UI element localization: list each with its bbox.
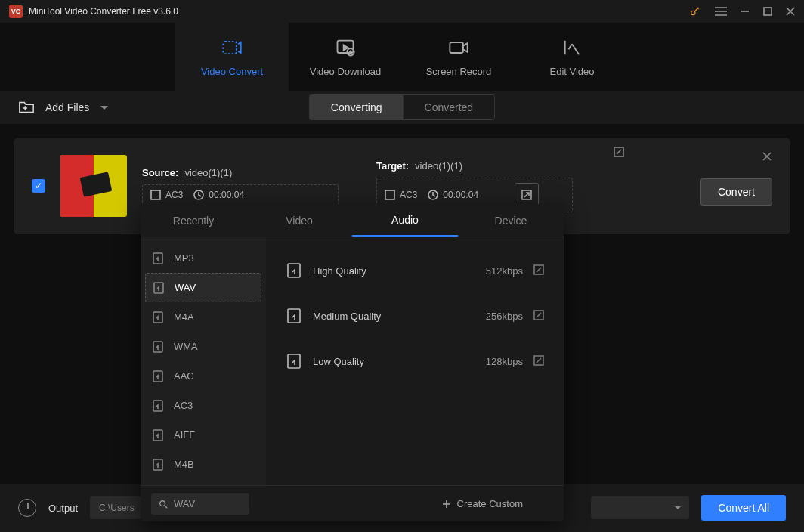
quality-bitrate: 512kbps (462, 265, 523, 277)
clock-icon (193, 190, 204, 200)
tab-recently[interactable]: Recently (141, 204, 246, 237)
tab-device[interactable]: Device (458, 204, 564, 237)
tab-converting[interactable]: Converting (310, 95, 404, 119)
format-file-icon (151, 252, 165, 265)
quality-list: High Quality512kbpsMedium Quality256kbps… (266, 237, 564, 485)
svg-rect-6 (151, 190, 160, 200)
schedule-icon[interactable] (18, 499, 36, 517)
quality-file-icon (286, 353, 302, 370)
add-files-button[interactable]: Add Files (18, 100, 89, 115)
target-codec: AC3 (400, 190, 417, 200)
maximize-icon[interactable] (763, 7, 772, 16)
format-file-icon (151, 311, 165, 324)
nav-screen-record[interactable]: Screen Record (402, 23, 515, 91)
format-label: M4B (174, 459, 194, 470)
format-label: WMA (174, 341, 198, 352)
nav-video-convert[interactable]: Video Convert (175, 23, 289, 91)
app-title: MiniTool Video Converter Free v3.6.0 (29, 6, 178, 17)
quality-file-icon (286, 262, 302, 279)
source-codec: AC3 (165, 190, 183, 200)
target-settings-icon[interactable] (515, 183, 539, 207)
tab-audio[interactable]: Audio (352, 204, 458, 237)
format-label: AAC (174, 370, 194, 382)
format-label: M4A (174, 311, 194, 323)
menu-icon[interactable] (715, 7, 727, 16)
output-label: Output (48, 503, 78, 514)
nav-edit-video[interactable]: Edit Video (515, 23, 629, 91)
format-label: WAV (175, 282, 196, 293)
main-nav: Video Convert Video Download Screen Reco… (0, 23, 804, 91)
tab-video[interactable]: Video (246, 204, 352, 237)
svg-point-0 (691, 11, 695, 14)
file-checkbox[interactable]: ✓ (32, 179, 45, 193)
format-list[interactable]: MP3WAVM4AWMAAACAC3AIFFM4B (141, 237, 266, 485)
quality-item[interactable]: High Quality512kbps (280, 248, 550, 293)
file-thumbnail (60, 155, 127, 217)
format-label: AC3 (174, 400, 193, 411)
format-item-mp3[interactable]: MP3 (141, 243, 266, 273)
convert-all-button[interactable]: Convert All (701, 495, 786, 521)
source-codec-box: AC3 00:00:04 (142, 184, 339, 206)
edit-file-icon[interactable] (614, 147, 624, 159)
quality-edit-icon[interactable] (533, 264, 544, 277)
quality-name: High Quality (313, 265, 452, 277)
remove-file-icon[interactable] (762, 151, 772, 164)
tab-converted[interactable]: Converted (404, 95, 495, 119)
svg-rect-8 (385, 190, 394, 200)
convert-button[interactable]: Convert (700, 178, 772, 206)
format-item-m4b[interactable]: M4B (141, 450, 266, 479)
nav-label: Video Convert (201, 66, 263, 77)
record-icon (448, 37, 469, 58)
title-left: VC MiniTool Video Converter Free v3.6.0 (9, 5, 178, 18)
svg-rect-5 (450, 42, 463, 53)
source-name: video(1)(1) (184, 167, 232, 178)
chevron-down-icon (674, 506, 682, 510)
nav-video-download[interactable]: Video Download (289, 23, 402, 91)
quality-bitrate: 256kbps (462, 311, 523, 322)
create-custom-label: Create Custom (457, 498, 523, 509)
format-item-wma[interactable]: WMA (141, 332, 266, 361)
source-col: Source: video(1)(1) AC3 00:00:04 (142, 167, 339, 206)
format-item-aiff[interactable]: AIFF (141, 420, 266, 450)
format-item-m4a[interactable]: M4A (141, 302, 266, 332)
svg-rect-2 (223, 41, 237, 53)
format-file-icon (151, 458, 165, 472)
quality-item[interactable]: Low Quality128kbps (280, 339, 550, 384)
close-icon[interactable] (786, 7, 795, 16)
window-controls (689, 5, 795, 17)
search-value: WAV (174, 498, 195, 509)
quality-name: Low Quality (313, 356, 452, 367)
format-item-ac3[interactable]: AC3 (141, 391, 266, 420)
quality-file-icon (286, 308, 302, 324)
upgrade-key-icon[interactable] (689, 5, 701, 17)
format-popup: Recently Video Audio Device MP3WAVM4AWMA… (141, 204, 564, 521)
plus-icon (442, 500, 451, 509)
title-bar: VC MiniTool Video Converter Free v3.6.0 (0, 0, 804, 23)
format-label: AIFF (174, 429, 195, 441)
format-file-icon (151, 370, 165, 383)
format-item-aac[interactable]: AAC (141, 361, 266, 391)
output-format-dropdown[interactable] (591, 496, 689, 519)
format-label: MP3 (174, 252, 194, 264)
minimize-icon[interactable] (741, 7, 750, 16)
target-label: Target: (376, 160, 409, 172)
format-item-wav[interactable]: WAV (145, 273, 261, 302)
format-search-input[interactable]: WAV (151, 493, 249, 515)
search-icon (159, 500, 168, 509)
status-segment: Converting Converted (309, 94, 495, 120)
target-name: video(1)(1) (415, 160, 462, 172)
add-dropdown-icon[interactable] (100, 102, 109, 113)
quality-edit-icon[interactable] (533, 310, 544, 323)
quality-item[interactable]: Medium Quality256kbps (280, 293, 550, 339)
svg-point-26 (160, 500, 165, 506)
edit-icon (561, 37, 583, 58)
add-folder-icon (18, 100, 35, 115)
convert-icon (221, 37, 243, 58)
quality-edit-icon[interactable] (533, 355, 544, 368)
nav-label: Video Download (310, 66, 381, 77)
format-file-icon (151, 399, 165, 413)
popup-tabs: Recently Video Audio Device (141, 204, 564, 237)
create-custom-button[interactable]: Create Custom (442, 498, 523, 509)
popup-body: MP3WAVM4AWMAAACAC3AIFFM4B High Quality51… (141, 237, 564, 485)
format-file-icon (151, 428, 165, 442)
